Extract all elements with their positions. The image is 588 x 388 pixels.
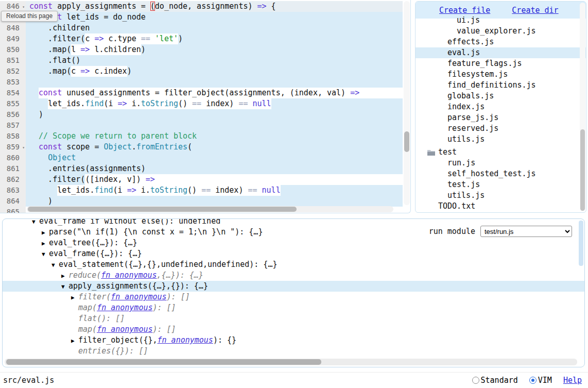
gutter-line-number[interactable]: 849 (0, 33, 26, 44)
gutter-line-number[interactable]: 860 (0, 153, 26, 163)
file-item-reserved-js[interactable]: reserved.js (416, 123, 586, 134)
gutter-line-number[interactable]: 856 (0, 109, 26, 120)
call-tree-row[interactable]: ▼eval_frame({…}): {…} (3, 248, 584, 259)
code-line-861[interactable]: 861 .entries(assignments) (0, 163, 403, 174)
file-item-todo-txt[interactable]: TODO.txt (416, 201, 586, 212)
expand-arrow-icon[interactable]: ▶ (42, 227, 49, 238)
fn-anonymous-link[interactable]: fn anonymous (101, 271, 157, 280)
call-tree-row[interactable]: ▶filter(fn anonymous): [] (3, 292, 584, 302)
code-line-864[interactable]: 864 ) (0, 196, 403, 207)
code-line-859[interactable]: 859▾ const scope = Object.fromEntries( (0, 142, 403, 153)
fn-anonymous-link[interactable]: fn anonymous (158, 335, 213, 345)
collapse-arrow-icon[interactable]: ▼ (51, 260, 59, 271)
help-link[interactable]: Help (563, 376, 582, 385)
gutter-line-number[interactable]: 853 (0, 77, 26, 88)
run-module-select[interactable]: test/run.js (480, 226, 572, 237)
call-tree-row[interactable]: map(fn anonymous): [] (3, 324, 584, 335)
fn-anonymous-link[interactable]: fn anonymous (97, 303, 152, 312)
code-line-852[interactable]: 852 .map(c => c.index) (0, 66, 403, 77)
code-line-858[interactable]: 858 // Scope we return to parent block (0, 131, 403, 142)
editor-vertical-scrollbar[interactable] (404, 1, 410, 205)
call-tree-row[interactable]: ▼eval_statement({…},{},undefined,undefin… (3, 259, 584, 270)
gutter-line-number[interactable]: 862 (0, 174, 26, 185)
collapse-arrow-icon[interactable]: ▼ (61, 281, 68, 292)
call-tree-row[interactable]: ▶eval_tree({…}): {…} (3, 238, 584, 248)
code-line-853[interactable]: 853 (0, 77, 403, 88)
vim-radio-label[interactable]: VIM (538, 376, 552, 385)
file-item-filesystem-js[interactable]: filesystem.js (416, 69, 586, 80)
call-tree-row[interactable]: ▶reduce(fn anonymous,{…}): {…} (3, 270, 584, 281)
expand-arrow-icon[interactable]: ▶ (42, 238, 49, 249)
call-tree-row[interactable]: map(fn anonymous): [] (3, 302, 584, 313)
call-tree-horizontal-scrollbar-thumb[interactable] (6, 359, 321, 365)
collapse-arrow-icon[interactable]: ▼ (42, 249, 49, 260)
code-line-851[interactable]: 851 .flat() (0, 55, 403, 66)
gutter-line-number[interactable]: 861 (0, 163, 26, 174)
file-item-ui-js[interactable]: ui.js (416, 15, 586, 26)
code-line-848[interactable]: 848 .children (0, 23, 403, 33)
fn-anonymous-link[interactable]: fn anonymous (97, 325, 152, 334)
file-item-test-js[interactable]: test.js (416, 179, 586, 190)
call-tree-row[interactable]: ▶filter_object({},fn anonymous): {} (3, 335, 584, 346)
file-item-eval-js[interactable]: eval.js (416, 47, 586, 58)
call-tree-row[interactable]: ▼apply_assignments({…},{}): {…} (3, 281, 584, 292)
editor-horizontal-scrollbar[interactable] (27, 206, 393, 212)
code-line-857[interactable]: 857 (0, 120, 403, 131)
code-line-854[interactable]: 854 const unused_assignments = filter_ob… (0, 88, 403, 98)
keyboard-mode-standard-radio[interactable]: Standard (472, 376, 518, 385)
expand-arrow-icon[interactable]: ▶ (71, 292, 78, 303)
create-file-link[interactable]: Create file (439, 6, 490, 15)
gutter-line-number[interactable]: 848 (0, 23, 26, 33)
radio-on-icon[interactable] (529, 377, 537, 384)
gutter-line-number[interactable]: 857 (0, 120, 26, 131)
file-item-utils-js[interactable]: utils.js (416, 134, 586, 145)
collapse-arrow-icon[interactable]: ▼ (32, 218, 39, 227)
file-item-globals-js[interactable]: globals.js (416, 91, 586, 102)
file-item-run-js[interactable]: run.js (416, 158, 586, 168)
code-line-847[interactable]: 847 const let_ids = do_node (0, 12, 403, 23)
gutter-line-number[interactable]: 850 (0, 44, 26, 55)
gutter-line-number[interactable]: 851 (0, 55, 26, 66)
file-list-scrollbar[interactable] (580, 3, 585, 211)
call-tree-vertical-scrollbar-thumb[interactable] (579, 221, 583, 266)
standard-radio-label[interactable]: Standard (481, 376, 518, 385)
code-line-856[interactable]: 856 ) (0, 109, 403, 120)
file-item-effects-js[interactable]: effects.js (416, 37, 586, 47)
editor-horizontal-scrollbar-thumb[interactable] (28, 207, 297, 212)
gutter-line-number[interactable]: 852 (0, 66, 26, 77)
gutter-line-number[interactable]: 863 (0, 185, 26, 196)
code-line-846[interactable]: 846▾const apply_assignments = (do_node, … (0, 1, 403, 12)
file-item-index-js[interactable]: index.js (416, 102, 586, 112)
code-line-849[interactable]: 849 .filter(c => c.type == 'let') (0, 33, 403, 44)
fold-marker-icon[interactable]: ▾ (22, 142, 25, 153)
code-line-863[interactable]: 863 let_ids.find(i => i.toString() == in… (0, 185, 403, 196)
gutter-line-number[interactable]: 858 (0, 131, 26, 142)
code-line-850[interactable]: 850 .map(l => l.children) (0, 44, 403, 55)
gutter-line-number[interactable]: 865 (0, 207, 26, 213)
expand-arrow-icon[interactable]: ▶ (71, 335, 78, 346)
gutter-line-number[interactable]: 846▾ (0, 1, 26, 12)
file-item-parse-js-js[interactable]: parse_js.js (416, 112, 586, 123)
code-line-860[interactable]: 860 Object (0, 153, 403, 163)
code-line-855[interactable]: 855 let_ids.find(i => i.toString() == in… (0, 98, 403, 109)
file-item-value-explorer-js[interactable]: value_explorer.js (416, 26, 586, 37)
gutter-line-number[interactable]: 864 (0, 196, 26, 207)
code-line-862[interactable]: 862 .filter(([index, v]) => (0, 174, 403, 185)
keyboard-mode-vim-radio[interactable]: VIM (529, 376, 552, 385)
file-item-self-hosted-test-js[interactable]: self_hosted_test.js (416, 168, 586, 179)
code-editor-panel[interactable]: 846▾const apply_assignments = (do_node, … (0, 0, 411, 213)
fn-anonymous-link[interactable]: fn anonymous (111, 292, 166, 301)
file-item-find-definitions-js[interactable]: find_definitions.js (416, 80, 586, 91)
expand-arrow-icon[interactable]: ▶ (61, 271, 68, 281)
file-list-scrollbar-thumb[interactable] (580, 129, 585, 211)
gutter-line-number[interactable]: 855 (0, 98, 26, 109)
file-item-utils-js[interactable]: utils.js (416, 190, 586, 201)
create-dir-link[interactable]: Create dir (512, 6, 558, 15)
editor-vertical-scrollbar-thumb[interactable] (404, 131, 409, 152)
file-item-feature-flags-js[interactable]: feature_flags.js (416, 58, 586, 69)
folder-item-test[interactable]: test (416, 147, 586, 158)
gutter-line-number[interactable]: 859▾ (0, 142, 26, 153)
radio-off-icon[interactable] (472, 377, 479, 384)
call-tree-row[interactable]: flat(): [] (3, 313, 584, 324)
gutter-line-number[interactable]: 854 (0, 88, 26, 98)
